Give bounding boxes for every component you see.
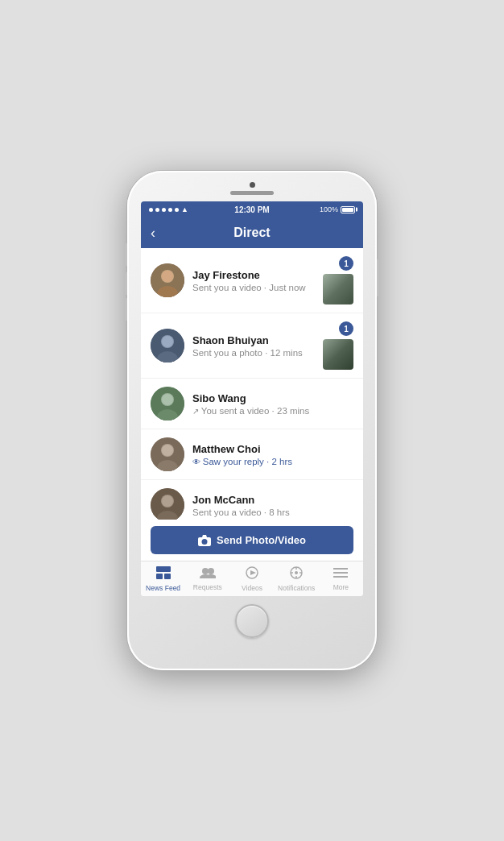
signal-dot-4: [168, 208, 172, 212]
notifications-label: Notifications: [278, 584, 315, 592]
avatar-jay-svg: [151, 263, 184, 297]
msg-preview-sibo: ↗ You sent a video · 23 mins: [192, 406, 353, 416]
signal-dot-2: [155, 208, 159, 212]
msg-name-sibo: Sibo Wang: [192, 392, 353, 404]
tab-videos[interactable]: Videos: [229, 561, 274, 596]
msg-right-jay: 1: [323, 256, 353, 304]
phone-top-bar: [127, 182, 377, 195]
msg-preview-sibo-text: You sent a video · 23 mins: [201, 406, 309, 416]
message-item-jon[interactable]: Jon McCann Sent you a video · 8 hrs: [141, 480, 363, 520]
message-item-jay[interactable]: Jay Firestone Sent you a video · Just no…: [141, 248, 363, 313]
avatar-matthew-svg: [151, 437, 184, 471]
nav-bar: ‹ Direct: [141, 218, 363, 248]
thumbnail-jay: [323, 274, 353, 304]
msg-content-sibo: Sibo Wang ↗ You sent a video · 23 mins: [192, 392, 353, 416]
msg-preview-shaon: Sent you a photo · 12 mins: [192, 348, 316, 358]
svg-point-11: [162, 394, 173, 405]
requests-svg-icon: [200, 567, 216, 578]
notifications-svg-icon: [290, 566, 303, 579]
avatar-jay: [151, 263, 184, 297]
sent-arrow-icon: ↗: [192, 407, 201, 416]
msg-preview-jay: Sent you a video · Just now: [192, 283, 316, 292]
more-icon: [333, 567, 348, 582]
battery-percentage: 100%: [320, 205, 338, 213]
tab-more[interactable]: More: [319, 561, 363, 596]
msg-name-matthew: Matthew Choi: [192, 443, 353, 455]
unread-badge-jay: 1: [339, 256, 353, 271]
videos-svg-icon: [246, 566, 258, 579]
msg-content-matthew: Matthew Choi 👁 Saw your reply · 2 hrs: [192, 443, 353, 466]
msg-name-shaon: Shaon Bhuiyan: [192, 334, 316, 346]
svg-point-33: [295, 571, 298, 574]
videos-icon: [246, 566, 258, 582]
msg-right-shaon: 1: [323, 321, 353, 370]
battery-icon: [341, 206, 355, 213]
news-feed-svg-icon: [156, 566, 171, 579]
svg-rect-23: [156, 566, 171, 572]
status-time: 12:30 PM: [234, 205, 269, 214]
thumbnail-shaon: [323, 339, 353, 370]
svg-marker-22: [202, 535, 207, 537]
svg-point-7: [162, 336, 173, 347]
tab-requests[interactable]: Requests: [185, 561, 229, 596]
home-button[interactable]: [235, 604, 269, 638]
msg-content-shaon: Shaon Bhuiyan Sent you a photo · 12 mins: [192, 334, 316, 358]
message-item-sibo[interactable]: Sibo Wang ↗ You sent a video · 23 mins: [141, 379, 363, 429]
avatar-shaon-svg: [151, 329, 184, 362]
status-left: ▲: [149, 205, 188, 213]
news-feed-icon: [156, 566, 171, 582]
msg-preview-jon: Sent you a video · 8 hrs: [192, 508, 353, 517]
back-button[interactable]: ‹: [151, 225, 155, 242]
message-item-shaon[interactable]: Shaon Bhuiyan Sent you a photo · 12 mins…: [141, 313, 363, 379]
svg-point-27: [208, 568, 214, 574]
signal-dot-5: [175, 208, 179, 212]
phone-screen: ▲ 12:30 PM 100% ‹ Direct: [141, 201, 363, 596]
svg-point-21: [202, 539, 208, 545]
nav-title: Direct: [233, 226, 270, 240]
svg-point-19: [162, 495, 173, 507]
msg-content-jay: Jay Firestone Sent you a video · Just no…: [192, 269, 316, 292]
svg-point-3: [162, 271, 173, 282]
avatar-jon-svg: [151, 488, 184, 520]
news-feed-label: News Feed: [146, 584, 180, 592]
avatar-sibo-svg: [151, 387, 184, 420]
status-right: 100%: [320, 205, 355, 213]
status-bar: ▲ 12:30 PM 100%: [141, 201, 363, 218]
send-button-area: Send Photo/Video: [141, 520, 363, 561]
saw-reply-text: Saw your reply · 2 hrs: [203, 457, 292, 466]
svg-point-26: [202, 568, 209, 574]
camera-icon: [198, 535, 211, 546]
msg-preview-matthew: 👁 Saw your reply · 2 hrs: [192, 457, 353, 466]
notifications-icon: [290, 566, 303, 582]
battery-fill: [342, 208, 353, 212]
message-list: Jay Firestone Sent you a video · Just no…: [141, 248, 363, 520]
message-item-matthew[interactable]: Matthew Choi 👁 Saw your reply · 2 hrs: [141, 429, 363, 480]
avatar-sibo: [151, 387, 184, 420]
more-svg-icon: [333, 567, 348, 578]
signal-dot-3: [162, 208, 166, 212]
videos-label: Videos: [242, 584, 262, 592]
tab-notifications[interactable]: Notifications: [275, 561, 319, 596]
svg-marker-31: [250, 570, 256, 575]
msg-name-jon: Jon McCann: [192, 494, 353, 506]
wifi-icon: ▲: [181, 205, 188, 213]
svg-rect-24: [156, 574, 163, 579]
send-photo-video-button[interactable]: Send Photo/Video: [151, 526, 353, 554]
requests-icon: [200, 567, 216, 582]
send-button-label: Send Photo/Video: [217, 534, 306, 546]
earpiece-speaker: [230, 191, 274, 195]
msg-name-jay: Jay Firestone: [192, 269, 316, 281]
signal-dot-1: [149, 208, 153, 212]
avatar-jon: [151, 488, 184, 520]
avatar-matthew: [151, 437, 184, 471]
phone-frame: ▲ 12:30 PM 100% ‹ Direct: [127, 171, 377, 670]
front-camera: [250, 182, 255, 188]
requests-label: Requests: [193, 583, 222, 591]
msg-content-jon: Jon McCann Sent you a video · 8 hrs: [192, 494, 353, 517]
more-label: More: [333, 583, 349, 591]
tab-news-feed[interactable]: News Feed: [141, 561, 185, 596]
eye-icon: 👁: [192, 458, 203, 466]
tab-bar: News Feed Requests: [141, 561, 363, 596]
avatar-shaon: [151, 329, 184, 362]
svg-point-15: [162, 445, 173, 456]
